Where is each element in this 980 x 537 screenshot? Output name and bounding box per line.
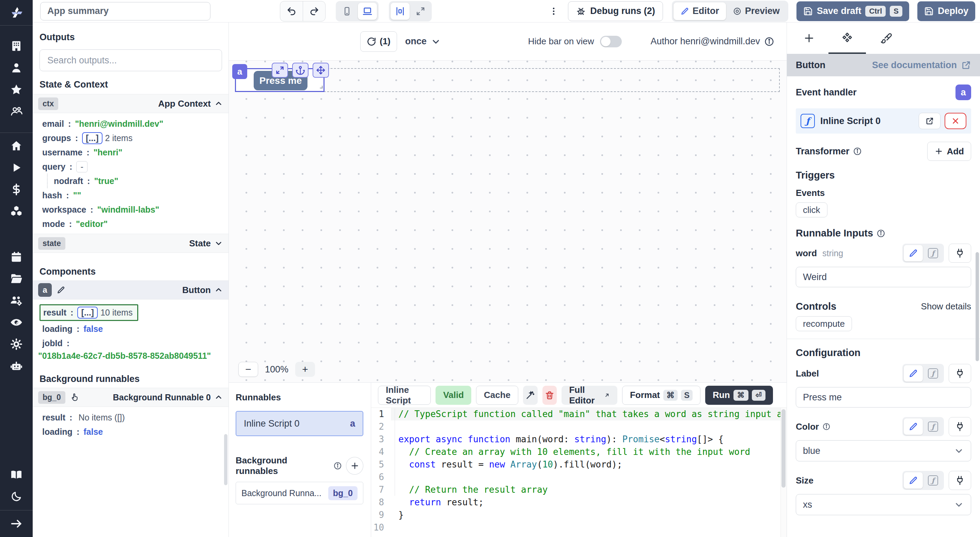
- variables-dollar-icon[interactable]: [0, 178, 33, 200]
- scrollbar-thumb[interactable]: [975, 252, 979, 361]
- tree-row[interactable]: query:-: [42, 159, 229, 174]
- tree-row[interactable]: workspace:"windmill-labs": [42, 202, 229, 217]
- expr-mode-fx-icon[interactable]: ƒ: [923, 365, 943, 382]
- tab-styling[interactable]: [868, 22, 905, 54]
- tab-preview[interactable]: Preview: [726, 2, 787, 20]
- tree-row[interactable]: mode:"editor": [42, 217, 229, 231]
- docs-book-icon[interactable]: [0, 464, 33, 486]
- full-editor-button[interactable]: Full Editor: [562, 386, 617, 405]
- tree-row[interactable]: email:"henri@windmill.dev": [42, 116, 229, 131]
- tab-component-settings[interactable]: [829, 22, 866, 54]
- tree-row[interactable]: nodraft:"true": [47, 174, 229, 188]
- array-chip[interactable]: [...]: [77, 307, 98, 319]
- redo-icon[interactable]: [303, 2, 325, 21]
- word-value-input[interactable]: [796, 267, 971, 287]
- tree-row[interactable]: loading:false: [42, 425, 229, 439]
- expand-handle-icon[interactable]: [272, 63, 288, 78]
- expr-mode-fx-icon[interactable]: ƒ: [923, 472, 943, 489]
- tree-row[interactable]: jobId:: [42, 336, 229, 350]
- deploy-button[interactable]: Deploy: [917, 2, 975, 21]
- ai-wand-button[interactable]: [523, 386, 538, 405]
- format-button[interactable]: Format ⌘ S: [622, 386, 700, 405]
- static-mode-pencil-icon[interactable]: [904, 365, 923, 382]
- scrollbar-thumb[interactable]: [224, 434, 228, 485]
- app-canvas[interactable]: a Press me − 100% +: [229, 61, 787, 382]
- state-section-header[interactable]: state State: [33, 234, 229, 253]
- run-button[interactable]: Run ⌘ ⏎: [705, 386, 773, 405]
- center-layout-icon[interactable]: [391, 3, 410, 20]
- size-select[interactable]: xs: [796, 494, 971, 515]
- tab-editor[interactable]: Editor: [673, 2, 726, 20]
- runs-play-icon[interactable]: [0, 157, 33, 178]
- schedules-calendar-icon[interactable]: [0, 246, 33, 268]
- favorites-star-icon[interactable]: [0, 79, 33, 100]
- label-value-input[interactable]: [796, 387, 971, 408]
- folders-icon[interactable]: [0, 268, 33, 290]
- scrollbar-thumb[interactable]: [781, 409, 786, 488]
- result-highlight-box[interactable]: result: [...] 10 items: [40, 304, 138, 321]
- tree-row[interactable]: username:"henri": [42, 145, 229, 159]
- undo-icon[interactable]: [280, 2, 303, 21]
- groups-icon[interactable]: [0, 100, 33, 122]
- see-documentation-link[interactable]: See documentation: [872, 60, 971, 70]
- audit-eye-icon[interactable]: [0, 311, 33, 333]
- static-mode-pencil-icon[interactable]: [904, 472, 923, 489]
- tab-insert-component[interactable]: [790, 22, 828, 54]
- save-draft-button[interactable]: Save draft Ctrl S: [797, 2, 909, 21]
- desktop-view-icon[interactable]: [358, 3, 377, 20]
- array-chip[interactable]: [...]: [82, 132, 102, 144]
- fullwidth-layout-icon[interactable]: [411, 3, 430, 20]
- object-chip[interactable]: -: [76, 161, 87, 172]
- color-select[interactable]: blue: [796, 440, 971, 461]
- windmill-logo-icon[interactable]: [9, 5, 24, 21]
- more-menu-icon[interactable]: [547, 6, 560, 16]
- editor-scrollbar[interactable]: [780, 408, 787, 537]
- code-editor-content[interactable]: 1// TypeScript function called "main" th…: [371, 408, 780, 537]
- expr-mode-fx-icon[interactable]: ƒ: [923, 245, 943, 261]
- zoom-in-button[interactable]: +: [295, 362, 315, 377]
- bg-runnable-header[interactable]: bg_0 Background Runnable 0: [33, 388, 229, 407]
- script-kind-badge[interactable]: Inline Script: [378, 386, 431, 405]
- add-bg-runnable-button[interactable]: [346, 457, 363, 475]
- bg-runnable-item[interactable]: Background Runna... bg_0: [235, 482, 363, 504]
- debug-runs-button[interactable]: Debug runs (2): [568, 2, 663, 21]
- ai-robot-icon[interactable]: [0, 355, 33, 377]
- workspace-icon[interactable]: [0, 35, 33, 57]
- dark-mode-moon-icon[interactable]: [0, 486, 33, 507]
- tree-row[interactable]: result:No items ([]): [42, 410, 229, 425]
- hide-bar-toggle[interactable]: [600, 36, 622, 47]
- zoom-out-button[interactable]: −: [239, 362, 258, 377]
- user-icon[interactable]: [0, 57, 33, 79]
- app-summary-input[interactable]: [40, 2, 210, 21]
- tree-row[interactable]: groups:[...]2 items: [42, 131, 229, 145]
- component-id-badge[interactable]: a: [232, 64, 247, 79]
- connect-plug-icon[interactable]: [949, 364, 971, 383]
- static-mode-pencil-icon[interactable]: [904, 245, 923, 261]
- move-handle-icon[interactable]: [313, 63, 329, 78]
- resources-cubes-icon[interactable]: [0, 200, 33, 222]
- ctx-section-header[interactable]: ctx App Context: [33, 94, 229, 113]
- schedule-dropdown[interactable]: once: [405, 36, 441, 47]
- tree-row[interactable]: loading:false: [42, 322, 229, 336]
- open-script-button[interactable]: [919, 113, 940, 129]
- pencil-icon[interactable]: [57, 285, 65, 295]
- connect-plug-icon[interactable]: [949, 244, 971, 263]
- cache-button[interactable]: Cache: [476, 386, 518, 405]
- runnable-item-selected[interactable]: Inline Script 0 a: [235, 411, 363, 436]
- event-handler-script-row[interactable]: ƒ Inline Script 0: [796, 108, 971, 134]
- resize-handle-icon[interactable]: [316, 82, 323, 89]
- connect-plug-icon[interactable]: [949, 471, 971, 490]
- mobile-view-icon[interactable]: [337, 3, 356, 20]
- expr-mode-fx-icon[interactable]: ƒ: [923, 418, 943, 435]
- static-mode-pencil-icon[interactable]: [904, 418, 923, 435]
- button-component-header[interactable]: a Button: [33, 280, 229, 300]
- connect-plug-icon[interactable]: [949, 417, 971, 436]
- expand-sidebar-arrow-icon[interactable]: [0, 510, 33, 537]
- show-details-link[interactable]: Show details: [921, 301, 971, 312]
- remove-script-button[interactable]: [945, 113, 966, 129]
- search-outputs-input[interactable]: [40, 49, 222, 71]
- tree-row[interactable]: hash:"": [42, 188, 229, 202]
- anchor-handle-icon[interactable]: [292, 63, 309, 78]
- home-icon[interactable]: [0, 135, 33, 157]
- recompute-pill[interactable]: recompute: [796, 316, 852, 331]
